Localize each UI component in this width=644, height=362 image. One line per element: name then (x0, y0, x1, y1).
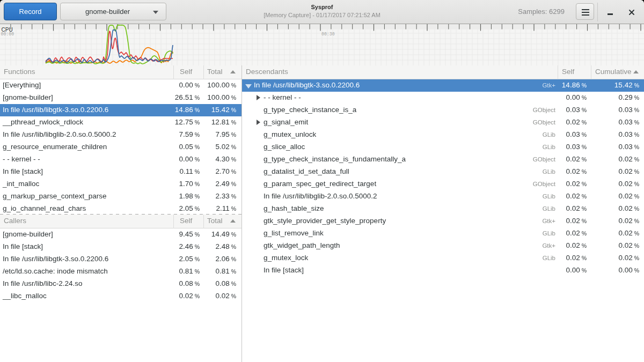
svg-text:00:00: 00:00 (1, 32, 14, 36)
svg-text:00:30: 00:30 (321, 32, 335, 36)
